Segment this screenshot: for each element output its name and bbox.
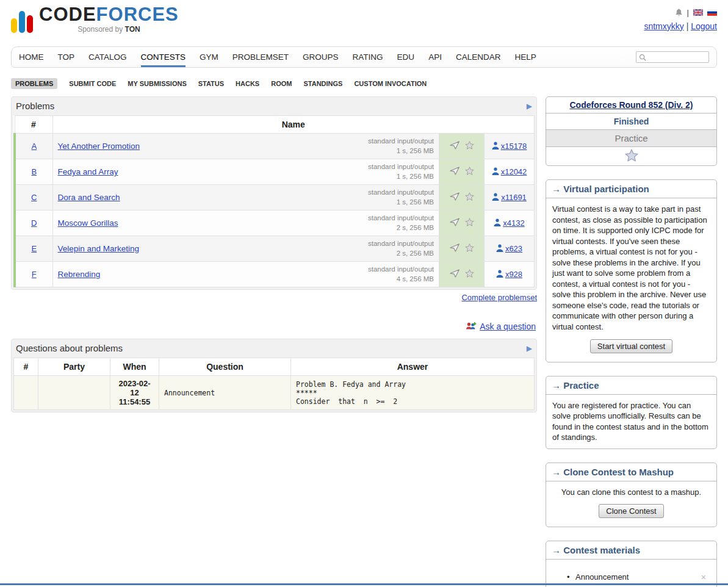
subnav-my-submissions[interactable]: MY SUBMISSIONS (128, 80, 186, 87)
favorite-star-icon[interactable] (465, 218, 474, 228)
questions-table-container: Questions about problems ▶ # Party When … (11, 339, 537, 412)
solved-count-link[interactable]: x15178 (501, 142, 527, 151)
problem-row: F Rebrendingstandard input/output4 s, 25… (15, 262, 535, 287)
solved-count-link[interactable]: x928 (505, 270, 522, 279)
subnav-hacks[interactable]: HACKS (236, 80, 259, 87)
contest-materials-box: → Contest materials Announcement × Tutor… (546, 541, 717, 587)
contest-mode: Practice (546, 130, 716, 147)
problem-letter-link[interactable]: A (31, 142, 37, 151)
contest-materials-caption: → Contest materials (546, 541, 716, 560)
solved-count-link[interactable]: x4132 (503, 218, 524, 228)
nav-calendar[interactable]: CALENDAR (456, 47, 501, 67)
favorite-star-icon[interactable] (465, 141, 474, 151)
solved-count-link[interactable]: x11691 (501, 193, 527, 202)
clone-contest-caption: → Clone Contest to Mashup (546, 463, 716, 481)
submit-plane-icon[interactable] (450, 192, 460, 203)
question-when: 2023-02-1211:54:55 (110, 376, 159, 410)
problem-letter-link[interactable]: D (31, 218, 37, 228)
nav-edu[interactable]: EDU (397, 47, 415, 67)
codeforces-logo[interactable]: CODEFORCES Sponsored by TON (11, 5, 179, 45)
submit-plane-icon[interactable] (450, 141, 460, 151)
logout-link[interactable]: Logout (691, 21, 717, 31)
submit-plane-icon[interactable] (450, 218, 460, 228)
problem-name-link[interactable]: Rebrending (58, 270, 101, 279)
question-text: Announcement (159, 376, 291, 410)
problems-table-container: Problems ▶ # Name A Yet Another Promotio… (11, 96, 537, 290)
favorite-star-icon[interactable] (465, 269, 474, 279)
contest-favorite-star-icon[interactable] (625, 149, 638, 162)
header: CODEFORCES Sponsored by TON | (11, 0, 717, 45)
clone-contest-button[interactable]: Clone Contest (599, 504, 663, 518)
expand-arrow-icon[interactable]: ▶ (527, 345, 532, 352)
subnav-status[interactable]: STATUS (198, 80, 224, 87)
search-input[interactable] (648, 52, 706, 62)
material-announcement-link[interactable]: Announcement (575, 572, 629, 583)
submit-plane-icon[interactable] (450, 269, 460, 279)
nav-api[interactable]: API (428, 47, 442, 67)
problem-name-link[interactable]: Dora and Search (58, 193, 120, 202)
solved-count-link[interactable]: x12042 (501, 167, 527, 176)
bell-icon[interactable] (675, 8, 683, 16)
subnav-custom-invocation[interactable]: CUSTOM INVOCATION (354, 80, 427, 87)
submit-plane-icon[interactable] (450, 243, 460, 254)
problem-name-link[interactable]: Yet Another Promotion (58, 142, 140, 151)
practice-box: → Practice You are registered for practi… (546, 376, 717, 449)
nav-contests[interactable]: CONTESTS (141, 47, 186, 67)
favorite-star-icon[interactable] (465, 167, 474, 177)
nav-rating[interactable]: RATING (353, 47, 383, 67)
favorite-star-icon[interactable] (465, 243, 474, 254)
q-col-party: Party (38, 358, 110, 376)
problem-letter-link[interactable]: F (32, 270, 37, 279)
user-row: sntmxykky | Logout (644, 21, 717, 31)
problem-limits: standard input/output1 s, 256 MB (368, 162, 434, 181)
problem-limits: standard input/output1 s, 256 MB (368, 137, 434, 156)
question-row: 2023-02-1211:54:55 Announcement Problem … (14, 376, 535, 410)
subnav-problems[interactable]: PROBLEMS (11, 78, 57, 89)
nav-groups[interactable]: GROUPS (303, 47, 339, 67)
nav-home[interactable]: HOME (19, 47, 44, 67)
question-party (38, 376, 110, 410)
nav-help[interactable]: HELP (514, 47, 536, 67)
header-separator: | (687, 8, 689, 17)
virtual-participation-caption: → Virtual participation (546, 180, 716, 198)
username-link[interactable]: sntmxykky (644, 21, 683, 31)
problem-name-link[interactable]: Velepin and Marketing (58, 244, 140, 253)
practice-caption: → Practice (546, 376, 716, 395)
language-en-flag-icon[interactable] (693, 9, 703, 16)
nav-catalog[interactable]: CATALOG (88, 47, 127, 67)
clone-contest-text: You can clone this contest to a mashup. (552, 487, 710, 498)
nav-problemset[interactable]: PROBLEMSET (232, 47, 289, 67)
subnav-submit-code[interactable]: SUBMIT CODE (69, 80, 116, 87)
problem-letter-link[interactable]: C (31, 193, 37, 202)
problem-row: A Yet Another Promotionstandard input/ou… (15, 134, 535, 159)
solved-count-link[interactable]: x623 (505, 244, 522, 253)
close-icon[interactable]: × (701, 573, 706, 582)
expand-arrow-icon[interactable]: ▶ (527, 103, 532, 110)
nav-gym[interactable]: GYM (200, 47, 218, 67)
start-virtual-contest-button[interactable]: Start virtual contest (590, 339, 672, 353)
ask-question-icon (466, 322, 477, 331)
complete-problemset-link[interactable]: Complete problemset (461, 293, 537, 302)
contest-subnav: PROBLEMS SUBMIT CODE MY SUBMISSIONS STAT… (11, 78, 717, 89)
problem-letter-link[interactable]: E (31, 244, 37, 253)
submit-plane-icon[interactable] (450, 167, 460, 177)
contest-title-link[interactable]: Codeforces Round 852 (Div. 2) (569, 100, 693, 110)
questions-table: # Party When Question Answer 2023-02-121… (13, 358, 535, 410)
question-answer: Problem B. Fedya and Array ***** Conside… (291, 376, 535, 410)
problem-name-link[interactable]: Fedya and Array (58, 167, 118, 176)
solvers-person-icon (496, 270, 503, 278)
clone-contest-box: → Clone Contest to Mashup You can clone … (546, 463, 717, 528)
subnav-room[interactable]: ROOM (271, 80, 292, 87)
search-icon (639, 54, 646, 61)
nav-top[interactable]: TOP (58, 47, 75, 67)
subnav-standings[interactable]: STANDINGS (303, 80, 342, 87)
favorite-star-icon[interactable] (465, 192, 474, 203)
sponsored-by: Sponsored by TON (39, 26, 179, 33)
col-header-num: # (15, 116, 52, 134)
problem-letter-link[interactable]: B (31, 167, 37, 176)
search-box (636, 51, 709, 63)
language-ru-flag-icon[interactable] (707, 9, 717, 16)
practice-text: You are registered for practice. You can… (546, 395, 716, 448)
problem-name-link[interactable]: Moscow Gorillas (58, 218, 118, 228)
ask-question-link[interactable]: Ask a question (480, 322, 536, 331)
